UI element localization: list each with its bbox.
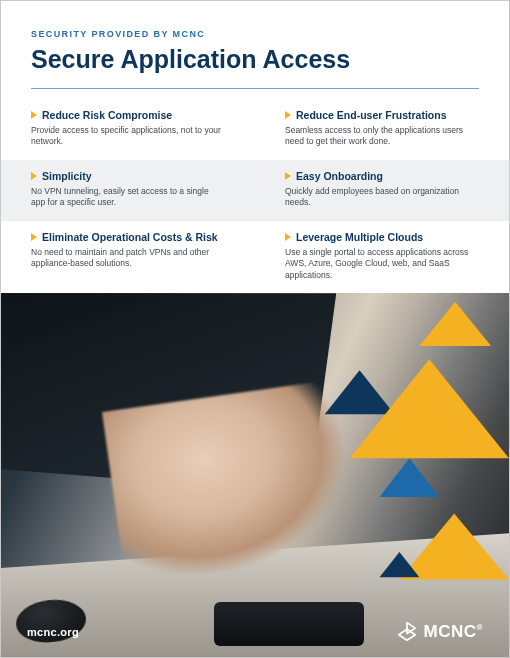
feature-item: Reduce End-user Frustrations Seamless ac… bbox=[255, 99, 509, 160]
eyebrow: SECURITY PROVIDED BY MCNC bbox=[31, 29, 479, 39]
triangle-gold-icon bbox=[399, 514, 509, 580]
decorative-triangles bbox=[1, 293, 509, 657]
triangle-blue-icon bbox=[380, 459, 440, 498]
feature-body: Seamless access to only the applications… bbox=[285, 125, 479, 148]
footer: mcnc.org MCNC® bbox=[1, 609, 509, 657]
header-block: SECURITY PROVIDED BY MCNC Secure Applica… bbox=[1, 1, 509, 74]
brand-logo: MCNC® bbox=[396, 621, 483, 643]
feature-title: Easy Onboarding bbox=[296, 170, 383, 182]
feature-item: Simplicity No VPN tunneling, easily set … bbox=[1, 160, 255, 221]
page-title: Secure Application Access bbox=[31, 45, 479, 74]
datasheet-page: SECURITY PROVIDED BY MCNC Secure Applica… bbox=[0, 0, 510, 658]
feature-body: No VPN tunneling, easily set access to a… bbox=[31, 186, 225, 209]
feature-item: Eliminate Operational Costs & Risk No ne… bbox=[1, 221, 255, 293]
hero-image: mcnc.org MCNC® bbox=[1, 293, 509, 657]
bullet-triangle-icon bbox=[285, 233, 291, 241]
feature-item: Reduce Risk Compromise Provide access to… bbox=[1, 99, 255, 160]
bullet-triangle-icon bbox=[285, 172, 291, 180]
feature-body: Quickly add employees based on organizat… bbox=[285, 186, 479, 209]
triangle-navy-icon bbox=[325, 370, 395, 414]
footer-url: mcnc.org bbox=[27, 626, 79, 638]
feature-title: Reduce Risk Compromise bbox=[42, 109, 172, 121]
triangle-gold-icon bbox=[419, 302, 491, 346]
feature-title: Simplicity bbox=[42, 170, 92, 182]
feature-body: Use a single portal to access applicatio… bbox=[285, 247, 479, 281]
feature-body: No need to maintain and patch VPNs and o… bbox=[31, 247, 225, 270]
feature-title: Leverage Multiple Clouds bbox=[296, 231, 423, 243]
bullet-triangle-icon bbox=[285, 111, 291, 119]
feature-body: Provide access to specific applications,… bbox=[31, 125, 225, 148]
bullet-triangle-icon bbox=[31, 172, 37, 180]
divider bbox=[31, 88, 479, 89]
feature-item: Leverage Multiple Clouds Use a single po… bbox=[255, 221, 509, 293]
feature-title: Reduce End-user Frustrations bbox=[296, 109, 447, 121]
feature-grid: Reduce Risk Compromise Provide access to… bbox=[1, 99, 509, 293]
registered-mark: ® bbox=[477, 623, 483, 632]
bullet-triangle-icon bbox=[31, 233, 37, 241]
brand-name: MCNC® bbox=[424, 622, 483, 642]
feature-title: Eliminate Operational Costs & Risk bbox=[42, 231, 218, 243]
logo-mark-icon bbox=[396, 621, 418, 643]
feature-item: Easy Onboarding Quickly add employees ba… bbox=[255, 160, 509, 221]
bullet-triangle-icon bbox=[31, 111, 37, 119]
